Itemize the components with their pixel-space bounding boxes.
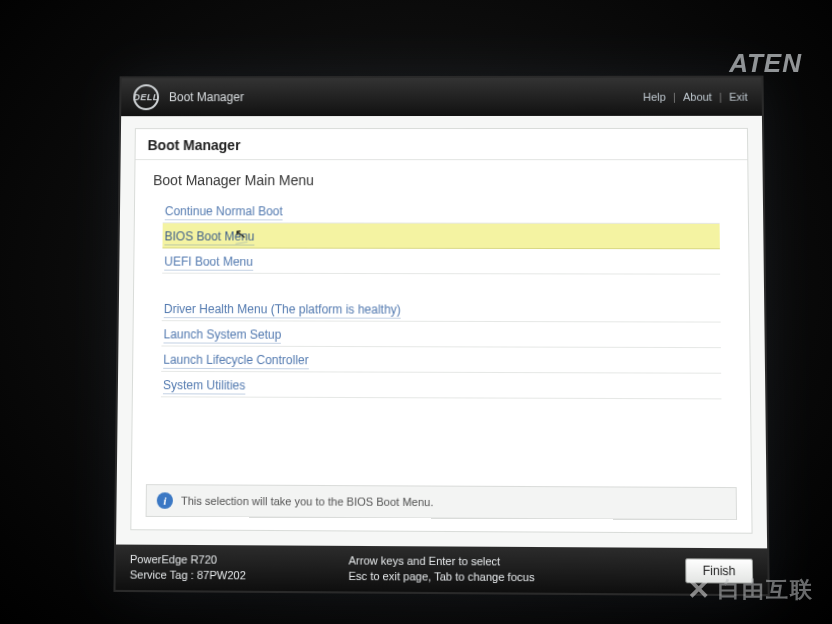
footer-hints: Arrow keys and Enter to select Esc to ex… — [348, 553, 658, 586]
footer-bar: PowerEdge R720 Service Tag : 87PW202 Arr… — [115, 545, 767, 595]
menu-launch-lifecycle-controller[interactable]: Launch Lifecycle Controller — [161, 347, 721, 374]
menu-continue-normal-boot[interactable]: Continue Normal Boot — [163, 198, 720, 224]
footer-system-info: PowerEdge R720 Service Tag : 87PW202 — [130, 552, 322, 584]
service-tag-label: Service Tag — [130, 568, 188, 581]
menu-item-label: System Utilities — [163, 378, 246, 395]
breadcrumb: Boot Manager — [136, 129, 748, 160]
menu-uefi-boot-menu[interactable]: UEFI Boot Menu — [162, 248, 720, 274]
section-title: Boot Manager Main Menu — [135, 160, 748, 194]
menu-item-label: Driver Health Menu (The platform is heal… — [164, 302, 401, 319]
menu-item-label: Continue Normal Boot — [165, 204, 283, 220]
menu-item-label: UEFI Boot Menu — [164, 254, 253, 270]
help-link[interactable]: Help — [641, 91, 668, 103]
main-menu: Continue Normal Boot BIOS Boot Menu ↖ UE… — [133, 194, 750, 399]
kvm-brand-label: ATEN — [729, 48, 802, 79]
service-tag: Service Tag : 87PW202 — [130, 567, 322, 584]
menu-system-utilities[interactable]: System Utilities — [161, 372, 722, 400]
hint-line-2: Esc to exit page, Tab to change focus — [348, 569, 658, 586]
info-strip: i This selection will take you to the BI… — [146, 484, 737, 520]
watermark: ✕ 白由互联 — [687, 573, 814, 606]
dell-logo-icon: DELL — [133, 84, 159, 110]
menu-item-label: Launch Lifecycle Controller — [163, 353, 308, 370]
menu-driver-health[interactable]: Driver Health Menu (The platform is heal… — [162, 296, 721, 323]
info-icon: i — [157, 492, 173, 509]
menu-item-label: Launch System Setup — [163, 327, 281, 344]
about-link[interactable]: About — [681, 91, 714, 103]
exit-link[interactable]: Exit — [727, 91, 750, 103]
watermark-text: 白由互联 — [718, 575, 814, 605]
info-text: This selection will take you to the BIOS… — [181, 495, 433, 509]
menu-separator — [162, 274, 720, 297]
monitor-screen: DELL Boot Manager Help | About | Exit Bo… — [115, 78, 767, 595]
model-label: PowerEdge R720 — [130, 552, 322, 568]
menu-launch-system-setup[interactable]: Launch System Setup — [161, 321, 720, 348]
watermark-x-icon: ✕ — [687, 573, 712, 606]
menu-bios-boot-menu[interactable]: BIOS Boot Menu ↖ — [162, 223, 719, 249]
service-tag-value: 87PW202 — [197, 569, 246, 582]
menu-item-label: BIOS Boot Menu — [164, 229, 254, 245]
app-title: Boot Manager — [169, 90, 244, 104]
header-links: Help | About | Exit — [641, 91, 750, 103]
photo-background: ATEN DELL Boot Manager Help | About | Ex… — [0, 0, 832, 624]
title-bar: DELL Boot Manager Help | About | Exit — [121, 78, 762, 117]
panel-inner: Boot Manager Boot Manager Main Menu Cont… — [130, 128, 752, 534]
main-panel: Boot Manager Boot Manager Main Menu Cont… — [116, 116, 767, 549]
